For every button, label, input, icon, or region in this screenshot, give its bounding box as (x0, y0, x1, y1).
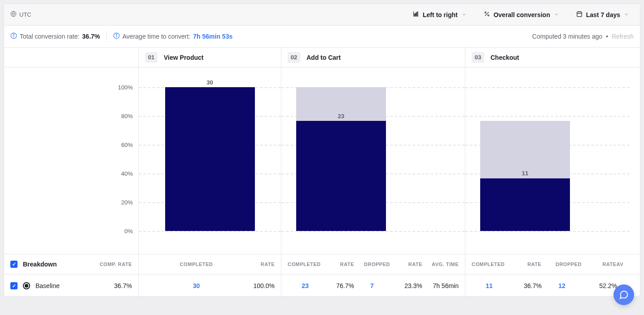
col-rate: RATE (248, 262, 275, 267)
step2-cols: COMPLETED RATE DROPPED RATE AVG. TIME (281, 254, 465, 274)
computed-label: Computed 3 minutes ago (532, 33, 602, 40)
step2-completed[interactable]: 23 (288, 282, 323, 289)
timezone-label: UTC (19, 11, 31, 18)
bar-label: 23 (296, 113, 386, 120)
col-dropped: DROPPED (541, 262, 582, 267)
avg-time: Average time to convert: 7h 56min 53s (113, 32, 232, 40)
col-avg-time: AVG. TIME (422, 262, 459, 267)
total-conversion: Total conversion rate: 36.7% (10, 32, 100, 40)
total-conversion-label: Total conversion rate: (20, 33, 79, 40)
funnel-panel: UTC Left to right Overall conversion (4, 4, 640, 297)
refresh-button[interactable]: Refresh (612, 33, 634, 40)
bar-solid (165, 87, 255, 231)
svg-point-16 (116, 34, 117, 35)
baseline-step3: 11 36.7% 12 52.2% (465, 275, 630, 297)
computed-info: Computed 3 minutes ago • Refresh (532, 33, 634, 40)
chat-icon (619, 290, 629, 300)
y-tick: 0% (124, 228, 133, 235)
baseline-step1: 30 100.0% (139, 275, 281, 297)
col-drop-rate: RATE (582, 262, 617, 267)
step-name: View Product (164, 54, 203, 61)
step3-rate: 36.7% (507, 282, 542, 289)
baseline-name-cell: ✓ Baseline 36.7% (4, 275, 139, 297)
svg-point-13 (13, 34, 14, 35)
date-range-label: Last 7 days (586, 11, 620, 18)
chevron-down-icon (461, 11, 467, 18)
step2-dropped[interactable]: 7 (354, 282, 390, 289)
bar-wrap[interactable]: 23 (296, 87, 386, 231)
step3-completed[interactable]: 11 (472, 282, 507, 289)
info-icon[interactable] (113, 32, 120, 40)
bar-wrap[interactable]: 30 (165, 87, 255, 231)
y-axis: 100% 80% 60% 40% 20% 0% (4, 67, 139, 254)
breakdown-title-cell: ✓ Breakdown COMP. RATE (4, 254, 139, 274)
globe-icon (10, 11, 17, 18)
bar-solid (480, 178, 570, 231)
step2-avg-time: 7h 56min (422, 282, 459, 289)
funnel-steps-header: 01 View Product 02 Add to Cart 03 Checko… (4, 48, 640, 67)
breakdown-header: ✓ Breakdown COMP. RATE COMPLETED RATE CO… (4, 254, 640, 275)
chart-step-1: 30 (139, 67, 281, 254)
step-number: 02 (288, 52, 300, 63)
calendar-icon (576, 11, 583, 18)
separator-dot: • (606, 33, 608, 40)
step3-drop-rate: 52.2% (582, 282, 617, 289)
metric-label: Overall conversion (494, 11, 550, 18)
svg-rect-3 (417, 12, 418, 15)
step-header-1[interactable]: 01 View Product (139, 48, 281, 67)
step1-rate: 100.0% (248, 282, 275, 289)
breakdown-label: Breakdown (23, 261, 94, 268)
col-comp-rate: COMP. RATE (100, 262, 132, 267)
bar-label: 30 (165, 79, 255, 86)
breakdown-checkbox[interactable]: ✓ (10, 261, 18, 268)
svg-rect-2 (416, 13, 416, 16)
y-tick: 20% (121, 199, 133, 206)
col-completed: COMPLETED (472, 262, 507, 267)
col-drop-rate: RATE (390, 262, 422, 267)
info-icon[interactable] (10, 32, 17, 40)
bar-wrap[interactable]: 11 (480, 87, 570, 231)
bar-label: 11 (480, 170, 570, 177)
date-range-filter[interactable]: Last 7 days (572, 8, 634, 21)
col-dropped: DROPPED (354, 262, 390, 267)
y-tick: 60% (121, 142, 133, 148)
col-completed: COMPLETED (145, 262, 248, 267)
col-rate: RATE (323, 262, 354, 267)
col-avg: AV (617, 262, 623, 267)
avg-time-label: Average time to convert: (123, 33, 190, 40)
bar-chart-icon (413, 11, 419, 18)
timezone[interactable]: UTC (10, 11, 31, 18)
baseline-row: ✓ Baseline 36.7% 30 100.0% 23 76.7% 7 23… (4, 275, 640, 297)
metric-filter[interactable]: Overall conversion (479, 8, 564, 21)
chart-step-3: 11 (465, 67, 630, 254)
col-completed: COMPLETED (288, 262, 323, 267)
baseline-step2: 23 76.7% 7 23.3% 7h 56min (281, 275, 465, 297)
chat-button[interactable] (613, 284, 634, 305)
y-tick: 40% (121, 170, 133, 177)
svg-rect-7 (577, 12, 582, 16)
step1-completed[interactable]: 30 (145, 282, 248, 289)
step-header-3[interactable]: 03 Checkout (465, 48, 630, 67)
direction-label: Left to right (423, 11, 458, 18)
baseline-radio[interactable] (23, 282, 30, 289)
step-header-2[interactable]: 02 Add to Cart (281, 48, 465, 67)
baseline-label: Baseline (35, 282, 60, 289)
direction-filter[interactable]: Left to right (408, 8, 471, 21)
y-tick: 100% (118, 84, 133, 91)
step3-dropped[interactable]: 12 (542, 282, 582, 289)
avg-time-value[interactable]: 7h 56min 53s (193, 33, 232, 40)
col-rate: RATE (507, 262, 542, 267)
chart-step-2: 23 (281, 67, 465, 254)
bar-solid (296, 121, 386, 231)
baseline-checkbox[interactable]: ✓ (10, 282, 18, 289)
chevron-down-icon (554, 11, 559, 18)
chevron-down-icon (624, 11, 629, 18)
step-number: 01 (145, 52, 158, 63)
step-number: 03 (472, 52, 484, 63)
step2-rate: 76.7% (323, 282, 354, 289)
step1-cols: COMPLETED RATE (139, 254, 281, 274)
total-conversion-value: 36.7% (82, 33, 100, 40)
y-tick: 80% (121, 113, 133, 120)
svg-point-6 (487, 15, 489, 16)
step-name: Checkout (491, 54, 519, 61)
